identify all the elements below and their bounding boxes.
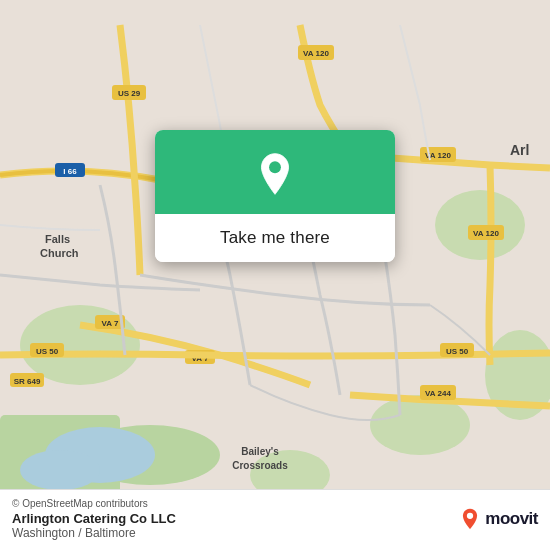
place-name: Arlington Catering Co LLC <box>12 511 176 526</box>
svg-text:US 50: US 50 <box>446 347 469 356</box>
svg-point-40 <box>467 513 473 519</box>
svg-text:Crossroads: Crossroads <box>232 460 288 471</box>
svg-text:Church: Church <box>40 247 79 259</box>
map-background: I 66 VA 120 VA 120 VA 120 US 29 I 66 VA … <box>0 0 550 550</box>
bottom-bar-info: © OpenStreetMap contributors Arlington C… <box>12 498 176 540</box>
place-region: Washington / Baltimore <box>12 526 176 540</box>
moovit-logo: moovit <box>459 508 538 530</box>
svg-text:VA 244: VA 244 <box>425 389 451 398</box>
moovit-pin-icon <box>459 508 481 530</box>
take-me-there-button[interactable]: Take me there <box>155 214 395 262</box>
popup-card: Take me there <box>155 130 395 262</box>
svg-text:SR 649: SR 649 <box>14 377 41 386</box>
osm-attribution: © OpenStreetMap contributors <box>12 498 176 509</box>
moovit-brand-text: moovit <box>485 509 538 529</box>
svg-text:VA 120: VA 120 <box>473 229 499 238</box>
svg-text:US 29: US 29 <box>118 89 141 98</box>
location-pin-icon <box>253 152 297 196</box>
popup-header <box>155 130 395 214</box>
svg-text:Bailey's: Bailey's <box>241 446 279 457</box>
svg-text:Arl: Arl <box>510 142 529 158</box>
map-container: I 66 VA 120 VA 120 VA 120 US 29 I 66 VA … <box>0 0 550 550</box>
svg-text:VA 120: VA 120 <box>303 49 329 58</box>
svg-text:VA 7: VA 7 <box>102 319 119 328</box>
svg-text:Falls: Falls <box>45 233 70 245</box>
svg-point-39 <box>269 161 281 173</box>
svg-text:US 50: US 50 <box>36 347 59 356</box>
svg-text:I 66: I 66 <box>63 167 77 176</box>
bottom-bar: © OpenStreetMap contributors Arlington C… <box>0 489 550 550</box>
svg-point-9 <box>20 450 100 490</box>
